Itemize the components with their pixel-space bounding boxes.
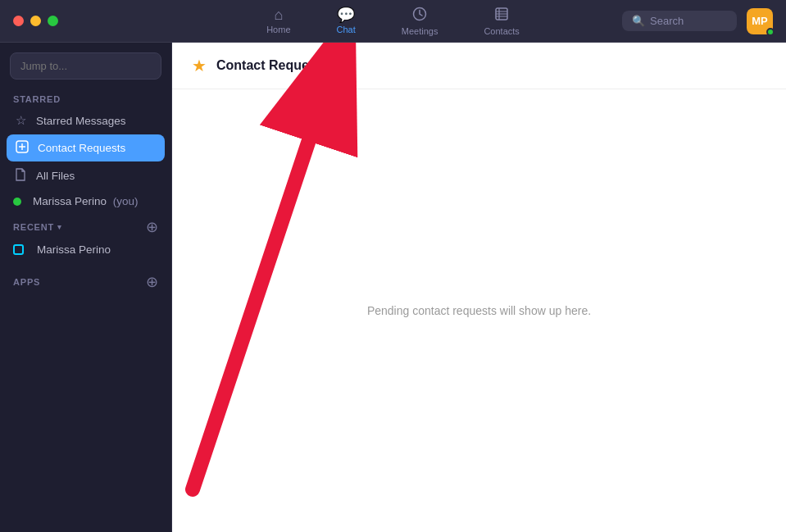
add-recent-button[interactable]: ⊕	[146, 220, 158, 234]
meetings-icon	[412, 7, 427, 24]
close-button[interactable]	[13, 16, 24, 26]
contacts-tab-label: Contacts	[484, 26, 519, 36]
starred-section-label: STARRED	[0, 89, 171, 107]
star-icon: ☆	[13, 113, 28, 128]
sidebar-item-contact-requests[interactable]: Contact Requests	[7, 134, 165, 161]
tab-home[interactable]: ⌂ Home	[260, 4, 297, 38]
apps-label: APPS	[13, 277, 40, 287]
marissa-you-label: Marissa Perino (you)	[33, 195, 139, 207]
recent-collapse-button[interactable]: RECENT ▾	[13, 222, 62, 232]
content-header: ★ Contact Requests	[172, 43, 786, 89]
tab-meetings[interactable]: Meetings	[395, 3, 445, 39]
avatar[interactable]: MP	[747, 8, 773, 34]
marissa-avatar-icon	[13, 244, 24, 255]
marissa-recent-label: Marissa Perino	[37, 243, 111, 256]
add-apps-button[interactable]: ⊕	[146, 275, 158, 289]
star-icon: ★	[192, 56, 207, 75]
contacts-icon	[494, 7, 509, 24]
tab-contacts[interactable]: Contacts	[477, 3, 525, 39]
search-icon: 🔍	[632, 15, 645, 27]
content-body: Pending contact requests will show up he…	[172, 89, 786, 532]
sidebar: STARRED ☆ Starred Messages Contact Reque…	[0, 43, 172, 532]
meetings-tab-label: Meetings	[402, 26, 438, 36]
minimize-button[interactable]	[30, 16, 41, 26]
contact-requests-label: Contact Requests	[38, 142, 125, 154]
sidebar-item-marissa-recent[interactable]: Marissa Perino	[0, 238, 171, 261]
main-area: STARRED ☆ Starred Messages Contact Reque…	[0, 43, 786, 532]
chat-icon: 💬	[337, 7, 355, 22]
content-area: ★ Contact Requests Pending contact reque…	[172, 43, 786, 532]
online-dot-icon	[13, 198, 21, 206]
home-icon: ⌂	[274, 7, 283, 22]
chevron-down-icon: ▾	[57, 223, 62, 231]
search-placeholder: Search	[650, 15, 684, 27]
search-bar[interactable]: 🔍 Search	[622, 11, 737, 31]
files-icon	[13, 168, 28, 184]
home-tab-label: Home	[266, 25, 290, 34]
recent-label: RECENT	[13, 222, 54, 232]
recent-section-header: RECENT ▾ ⊕	[0, 213, 171, 238]
jump-to-input[interactable]	[10, 52, 161, 80]
starred-messages-label: Starred Messages	[36, 115, 126, 127]
sidebar-item-marissa-you[interactable]: Marissa Perino (you)	[0, 189, 171, 213]
apps-label-container: APPS	[13, 277, 40, 287]
content-title: Contact Requests	[216, 58, 328, 73]
sidebar-item-all-files[interactable]: All Files	[0, 162, 171, 189]
empty-message: Pending contact requests will show up he…	[367, 304, 591, 317]
chat-tab-label: Chat	[337, 25, 356, 34]
apps-section-header: APPS ⊕	[0, 268, 171, 293]
all-files-label: All Files	[36, 170, 75, 182]
avatar-initials: MP	[752, 15, 768, 27]
maximize-button[interactable]	[48, 16, 58, 26]
titlebar: ⌂ Home 💬 Chat Meetings	[0, 0, 786, 43]
traffic-lights	[13, 16, 58, 26]
contact-requests-icon	[15, 140, 30, 156]
sidebar-item-starred-messages[interactable]: ☆ Starred Messages	[0, 107, 171, 134]
online-indicator	[766, 28, 775, 36]
tab-chat[interactable]: 💬 Chat	[330, 4, 362, 38]
